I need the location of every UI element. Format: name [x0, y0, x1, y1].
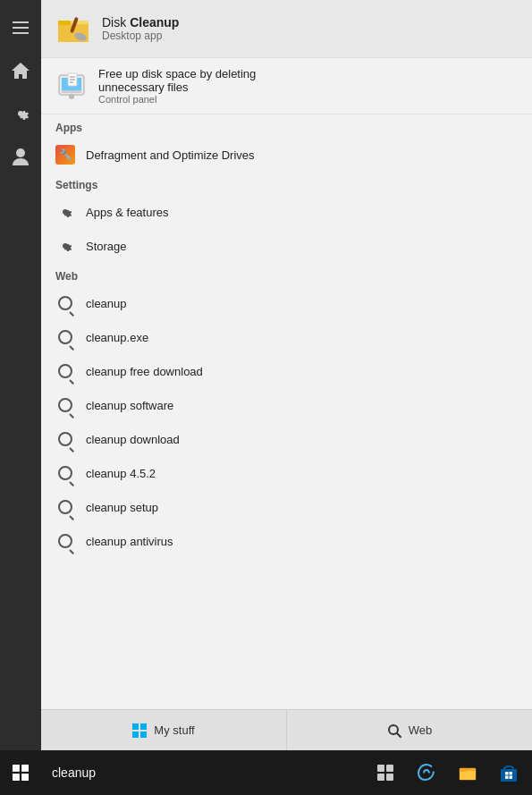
- web-item-2[interactable]: cleanup free download: [41, 354, 532, 388]
- svg-rect-6: [58, 21, 71, 25]
- control-panel-item[interactable]: Free up disk space by deleting unnecessa…: [41, 58, 532, 114]
- svg-point-3: [16, 148, 25, 157]
- web-item-label-1: cleanup.exe: [86, 331, 148, 344]
- apps-section-header: Apps: [41, 114, 532, 138]
- web-item-1[interactable]: cleanup.exe: [41, 320, 532, 354]
- web-item-label-7: cleanup antivirus: [86, 535, 173, 548]
- control-panel-icon: [55, 70, 88, 102]
- svg-rect-27: [13, 774, 20, 781]
- search-icon-0: [55, 293, 75, 313]
- file-explorer-button[interactable]: [452, 757, 484, 789]
- start-menu-sidebar: [0, 0, 41, 750]
- search-icon-5: [55, 463, 75, 483]
- defrag-icon: 🔧: [55, 145, 75, 165]
- top-result-subtitle: Desktop app: [102, 30, 179, 42]
- user-button[interactable]: [0, 136, 41, 177]
- task-view-button[interactable]: [369, 757, 401, 789]
- hamburger-menu-button[interactable]: [0, 7, 41, 48]
- web-item-label-2: cleanup free download: [86, 365, 203, 378]
- menu-footer: My stuff Web: [41, 709, 532, 750]
- search-icon-1: [55, 327, 75, 347]
- settings-section-header: Settings: [41, 172, 532, 195]
- storage-icon: [55, 236, 75, 256]
- search-icon-6: [55, 497, 75, 517]
- menu-content: Disk Cleanup Desktop app Free up disk sp…: [41, 0, 532, 750]
- web-item-6[interactable]: cleanup setup: [41, 490, 532, 524]
- web-item-0[interactable]: cleanup: [41, 286, 532, 320]
- start-windows-icon: [13, 765, 29, 781]
- web-item-label-5: cleanup 4.5.2: [86, 467, 156, 480]
- settings-button[interactable]: [0, 93, 41, 134]
- defrag-label: Defragment and Optimize Drives: [86, 148, 255, 162]
- search-input[interactable]: [52, 765, 351, 780]
- search-icon-7: [55, 531, 75, 551]
- web-item-label-6: cleanup setup: [86, 501, 158, 514]
- control-panel-subtitle: Control panel: [98, 94, 256, 105]
- svg-rect-25: [13, 765, 20, 772]
- svg-rect-29: [377, 765, 384, 772]
- storage-item[interactable]: Storage: [41, 229, 532, 263]
- svg-rect-21: [132, 732, 139, 738]
- control-panel-title-line2: unnecessary files: [98, 80, 256, 94]
- svg-rect-30: [386, 765, 393, 772]
- search-icon-3: [55, 395, 75, 415]
- svg-rect-1: [13, 27, 29, 29]
- svg-rect-26: [21, 765, 29, 772]
- my-stuff-tab[interactable]: My stuff: [41, 710, 287, 750]
- control-panel-title-line1: Free up disk space by deleting: [98, 67, 256, 80]
- store-button[interactable]: [493, 757, 525, 789]
- storage-label: Storage: [86, 240, 127, 253]
- search-icon-2: [55, 361, 75, 381]
- edge-icon: [418, 764, 435, 782]
- svg-rect-19: [132, 723, 139, 730]
- search-input-area[interactable]: [41, 750, 362, 795]
- svg-rect-31: [377, 774, 384, 781]
- store-icon: [501, 764, 517, 782]
- start-button[interactable]: [0, 750, 41, 795]
- web-tab-label: Web: [409, 723, 433, 737]
- svg-rect-2: [13, 32, 29, 34]
- svg-rect-35: [460, 768, 467, 772]
- svg-point-12: [69, 94, 74, 99]
- svg-rect-34: [460, 771, 476, 780]
- taskbar: [0, 750, 532, 795]
- apps-features-label: Apps & features: [86, 206, 169, 219]
- top-result-text: Disk Cleanup Desktop app: [102, 15, 179, 42]
- svg-rect-32: [386, 774, 393, 781]
- svg-rect-11: [62, 90, 81, 93]
- file-explorer-icon: [459, 765, 477, 781]
- windows-logo-icon: [132, 723, 147, 738]
- web-item-label-0: cleanup: [86, 297, 127, 310]
- defrag-item[interactable]: 🔧 Defragment and Optimize Drives: [41, 138, 532, 172]
- apps-features-item[interactable]: Apps & features: [41, 195, 532, 229]
- web-item-3[interactable]: cleanup software: [41, 388, 532, 422]
- taskbar-icons: [362, 750, 532, 795]
- disk-cleanup-icon: [55, 11, 91, 47]
- web-item-5[interactable]: cleanup 4.5.2: [41, 456, 532, 490]
- svg-line-24: [397, 733, 401, 737]
- my-stuff-label: My stuff: [154, 723, 194, 737]
- svg-rect-0: [13, 21, 29, 23]
- top-result-title: Disk Cleanup: [102, 15, 179, 30]
- search-tab-icon: [387, 723, 401, 738]
- web-item-7[interactable]: cleanup antivirus: [41, 524, 532, 558]
- search-icon-4: [55, 429, 75, 449]
- web-item-label-4: cleanup download: [86, 433, 180, 446]
- svg-rect-20: [140, 723, 147, 730]
- control-panel-text: Free up disk space by deleting unnecessa…: [98, 67, 256, 105]
- top-result-disk-cleanup[interactable]: Disk Cleanup Desktop app: [41, 0, 532, 58]
- web-section-header: Web: [41, 263, 532, 286]
- svg-rect-22: [140, 732, 147, 738]
- svg-rect-28: [21, 774, 29, 781]
- edge-browser-button[interactable]: [410, 757, 443, 789]
- web-item-label-3: cleanup software: [86, 399, 173, 412]
- home-button[interactable]: [0, 50, 41, 91]
- web-item-4[interactable]: cleanup download: [41, 422, 532, 456]
- apps-features-icon: [55, 202, 75, 222]
- web-tab[interactable]: Web: [287, 710, 532, 750]
